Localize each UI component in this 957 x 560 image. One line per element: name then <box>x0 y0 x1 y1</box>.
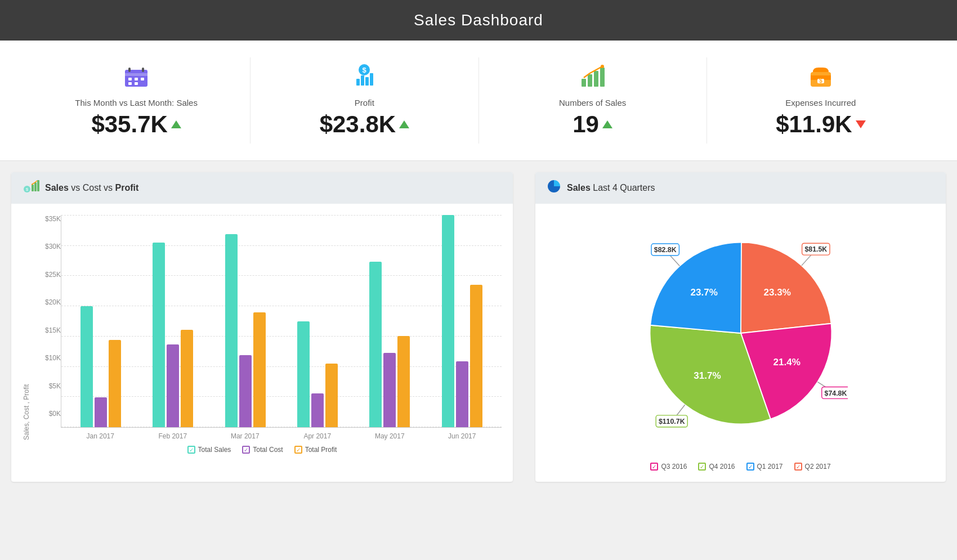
legend-q2: ✓ Q2 2017 <box>794 463 831 471</box>
bar-chart-area: Jan 2017Feb 2017Mar 2017Apr 2017May 2017… <box>61 215 502 440</box>
legend-q2-check: ✓ <box>794 463 802 471</box>
kpi-num-sales-icon <box>579 63 606 93</box>
kpi-expenses-icon: $ <box>807 63 834 93</box>
bar-cost <box>311 393 324 427</box>
bar-group <box>356 215 423 427</box>
bar-cost <box>95 397 107 427</box>
pie-pct-label-0: 23.3% <box>763 287 790 298</box>
bar-profit <box>470 285 482 427</box>
kpi-num-sales-trend-icon <box>602 120 612 128</box>
svg-text:$: $ <box>363 66 367 74</box>
x-label: Jun 2017 <box>428 432 497 440</box>
legend-total-cost-label: Total Cost <box>253 446 283 454</box>
pie-bubble-label-0: $81.5K <box>804 245 827 253</box>
kpi-expenses-label: Expenses Incurred <box>785 98 856 107</box>
x-label: Feb 2017 <box>139 432 207 440</box>
kpi-sales: This Month vs Last Month: Sales $35.7K <box>23 57 251 144</box>
kpi-profit-icon: $ <box>351 63 378 93</box>
bar-chart-icon: $ <box>23 179 39 197</box>
y-axis-title: Sales, Cost , Profit <box>23 215 30 440</box>
bar-chart-title: Sales vs Cost vs Profit <box>45 183 138 193</box>
svg-rect-18 <box>600 68 605 87</box>
pie-chart-content: 23.3%21.4%31.7%23.7%$81.5K$74.8K$110.7K$… <box>535 204 946 482</box>
kpi-expenses-value: $11.9K <box>776 111 865 138</box>
pie-chart-title: Sales Last 4 Quarters <box>567 183 655 193</box>
kpi-sales-label: This Month vs Last Month: Sales <box>75 98 198 107</box>
x-labels: Jan 2017Feb 2017Mar 2017Apr 2017May 2017… <box>61 428 502 440</box>
legend-total-sales-label: Total Sales <box>198 446 231 454</box>
kpi-expenses-trend-icon <box>856 120 866 128</box>
bar-group <box>139 215 207 427</box>
x-label: May 2017 <box>356 432 424 440</box>
pie-bubble-label-2: $110.7K <box>658 418 685 425</box>
svg-rect-6 <box>141 78 144 80</box>
pie-bubble-label-3: $82.8K <box>654 246 676 254</box>
bar-group <box>284 215 351 427</box>
kpi-sales-icon <box>123 63 150 93</box>
bar-profit <box>397 336 410 427</box>
pie-pct-label-2: 31.7% <box>694 370 721 381</box>
bar-cost <box>167 344 179 427</box>
kpi-profit: $ Profit $23.8K <box>251 57 479 144</box>
kpi-sales-trend-icon <box>171 120 181 128</box>
svg-point-19 <box>601 65 604 68</box>
bar-chart-legend: ✓ Total Sales ✓ Total Cost ✓ Total Profi… <box>23 440 502 459</box>
pie-pct-label-3: 23.7% <box>690 287 717 298</box>
bar-sales <box>153 243 165 427</box>
bar-sales <box>81 306 93 427</box>
legend-total-cost-check: ✓ <box>242 446 250 454</box>
bar-chart-panel: $ Sales vs Cost vs Profit Sales, Cost , … <box>11 172 513 482</box>
kpi-num-sales-label: Numbers of Sales <box>559 98 626 107</box>
legend-total-profit-label: Total Profit <box>305 446 337 454</box>
svg-rect-16 <box>588 74 592 87</box>
kpi-profit-value: $23.8K <box>320 111 409 138</box>
svg-rect-11 <box>356 79 360 86</box>
svg-rect-17 <box>594 71 598 87</box>
legend-q4-check: ✓ <box>698 463 706 471</box>
bar-chart-content: Sales, Cost , Profit $35K$30K$25K$20K$15… <box>11 204 513 471</box>
x-label: Mar 2017 <box>211 432 279 440</box>
x-label: Jan 2017 <box>66 432 135 440</box>
kpi-expenses: $ Expenses Incurred $11.9K <box>707 57 934 144</box>
pie-svg: 23.3%21.4%31.7%23.7%$81.5K$74.8K$110.7K$… <box>634 226 848 440</box>
bar-sales <box>442 215 454 427</box>
svg-text:$: $ <box>26 187 29 192</box>
kpi-section: This Month vs Last Month: Sales $35.7K $… <box>0 41 957 161</box>
kpi-num-sales: Numbers of Sales 19 <box>479 57 707 144</box>
pie-chart-wrapper: 23.3%21.4%31.7%23.7%$81.5K$74.8K$110.7K$… <box>547 215 934 457</box>
svg-rect-27 <box>34 182 37 191</box>
bar-sales <box>225 234 238 427</box>
bar-sales <box>297 321 310 428</box>
legend-q1: ✓ Q1 2017 <box>746 463 783 471</box>
pie-legend: ✓ Q3 2016 ✓ Q4 2016 ✓ Q1 2017 ✓ Q2 2017 <box>547 463 934 471</box>
kpi-profit-label: Profit <box>355 98 374 107</box>
svg-rect-1 <box>125 73 147 76</box>
svg-rect-28 <box>37 180 39 191</box>
svg-rect-3 <box>142 68 144 72</box>
y-axis-labels: $35K$30K$25K$20K$15K$10K$5K$0K <box>33 215 61 440</box>
legend-total-cost: ✓ Total Cost <box>242 446 283 454</box>
bar-chart-wrapper: Sales, Cost , Profit $35K$30K$25K$20K$15… <box>23 215 502 440</box>
legend-total-sales: ✓ Total Sales <box>187 446 231 454</box>
svg-rect-13 <box>365 77 369 86</box>
svg-rect-8 <box>135 82 138 85</box>
pie-pct-label-1: 21.4% <box>773 357 800 368</box>
legend-q3: ✓ Q3 2016 <box>650 463 687 471</box>
charts-section: $ Sales vs Cost vs Profit Sales, Cost , … <box>0 161 957 493</box>
svg-rect-2 <box>128 68 131 72</box>
bars-container <box>61 215 502 428</box>
bar-profit <box>253 312 266 427</box>
legend-total-profit-check: ✓ <box>294 446 302 454</box>
kpi-profit-trend-icon <box>399 120 409 128</box>
svg-rect-26 <box>32 185 34 191</box>
bar-profit <box>325 364 338 427</box>
bar-cost <box>383 353 396 427</box>
svg-rect-5 <box>135 78 138 80</box>
svg-rect-15 <box>582 79 586 87</box>
page-header: Sales Dashboard <box>0 0 957 41</box>
pie-chart-icon <box>547 179 561 197</box>
svg-rect-12 <box>361 75 364 86</box>
kpi-sales-value: $35.7K <box>91 111 181 138</box>
legend-q1-check: ✓ <box>746 463 754 471</box>
bar-profit <box>181 330 193 427</box>
